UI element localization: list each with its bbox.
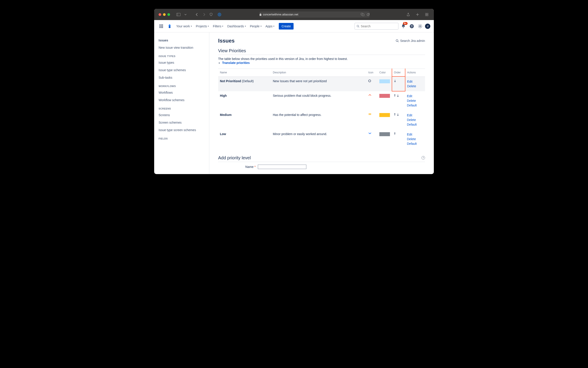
priority-icon-cell xyxy=(367,110,378,129)
window-zoom-button[interactable] xyxy=(167,13,170,16)
help-button[interactable]: ? xyxy=(408,23,415,30)
order-down-button[interactable] xyxy=(397,113,400,116)
sidebar-toggle-icon[interactable] xyxy=(176,12,181,17)
priority-low-icon xyxy=(368,132,371,134)
svg-rect-6 xyxy=(362,14,364,16)
action-delete[interactable]: Delete xyxy=(407,137,423,141)
reload-icon[interactable] xyxy=(367,13,370,16)
priority-none-icon xyxy=(368,80,371,82)
order-up-button[interactable] xyxy=(394,94,397,97)
lock-icon xyxy=(259,13,262,16)
svg-rect-12 xyxy=(161,24,162,25)
password-icon[interactable] xyxy=(217,12,222,17)
traffic-lights xyxy=(159,13,170,16)
sidebar-link-new-issue-view-transition[interactable]: New issue view transition xyxy=(157,44,207,51)
action-edit[interactable]: Edit xyxy=(407,94,423,99)
svg-rect-18 xyxy=(161,27,162,28)
nav-item-people[interactable]: People▾ xyxy=(248,24,263,29)
order-down-button[interactable] xyxy=(397,94,400,97)
svg-rect-19 xyxy=(162,27,163,28)
action-default[interactable]: Default xyxy=(407,103,423,108)
translate-priorities-link[interactable]: Translate priorities xyxy=(222,61,250,64)
jira-logo-icon[interactable] xyxy=(166,23,173,30)
priority-name: High xyxy=(220,94,227,97)
shield-icon[interactable] xyxy=(209,12,214,17)
chevron-down-icon: ▾ xyxy=(191,25,192,27)
gear-icon xyxy=(418,24,423,29)
new-tab-icon[interactable] xyxy=(415,12,420,17)
nav-item-apps[interactable]: Apps▾ xyxy=(264,24,276,29)
order-down-button[interactable] xyxy=(394,80,397,82)
page-title: Issues xyxy=(218,38,235,44)
search-jira-admin[interactable]: Search Jira admin xyxy=(396,39,425,43)
priority-color-swatch xyxy=(379,132,390,136)
sidebar-link-sub-tasks[interactable]: Sub-tasks xyxy=(157,74,207,81)
forward-button[interactable] xyxy=(201,12,207,17)
avatar-letter: d xyxy=(427,25,428,28)
action-default[interactable]: Default xyxy=(407,141,423,146)
col-icon: Icon xyxy=(367,69,378,77)
svg-rect-11 xyxy=(160,24,160,25)
priority-icon-cell xyxy=(367,91,378,110)
profile-avatar[interactable]: d xyxy=(425,24,430,29)
priority-description: New Issues that were not yet prioritized xyxy=(271,76,367,91)
svg-rect-0 xyxy=(177,13,180,16)
nav-item-label: People xyxy=(250,24,260,28)
svg-rect-10 xyxy=(427,15,428,16)
form-name-label: Name * xyxy=(218,165,258,169)
col-description: Description xyxy=(271,69,367,77)
chevron-down-icon: ▾ xyxy=(245,25,246,27)
action-edit[interactable]: Edit xyxy=(407,79,423,84)
sidebar-link-issue-types[interactable]: Issue types xyxy=(157,59,207,66)
sidebar-title: Issues xyxy=(157,37,207,44)
action-delete[interactable]: Delete xyxy=(407,99,423,103)
nav-item-label: Projects xyxy=(196,24,207,28)
nav-item-label: Your work xyxy=(176,24,190,28)
action-default[interactable]: Default xyxy=(407,122,423,127)
sidebar: Issues New issue view transition ISSUE T… xyxy=(154,32,209,174)
priority-color-swatch xyxy=(379,113,390,117)
order-up-button[interactable] xyxy=(394,132,397,135)
tab-overview-icon[interactable] xyxy=(424,12,429,17)
sidebar-link-screens[interactable]: Screens xyxy=(157,111,207,119)
app-switcher-icon[interactable] xyxy=(158,23,165,30)
sidebar-link-workflow-schemes[interactable]: Workflow schemes xyxy=(157,96,207,104)
nav-item-label: Dashboards xyxy=(227,24,244,28)
action-delete[interactable]: Delete xyxy=(407,118,423,122)
share-icon[interactable] xyxy=(406,12,411,17)
action-edit[interactable]: Edit xyxy=(407,132,423,137)
nav-item-projects[interactable]: Projects▾ xyxy=(194,24,211,29)
help-icon[interactable]: ? xyxy=(421,156,425,160)
action-edit[interactable]: Edit xyxy=(407,113,423,118)
sidebar-link-workflows[interactable]: Workflows xyxy=(157,89,207,96)
priority-description: Serious problem that could block progres… xyxy=(271,91,367,110)
translate-icon[interactable] xyxy=(361,13,364,16)
window-close-button[interactable] xyxy=(159,13,161,16)
chevron-down-icon[interactable] xyxy=(183,12,188,17)
back-button[interactable] xyxy=(194,12,199,17)
sidebar-link-screen-schemes[interactable]: Screen schemes xyxy=(157,119,207,126)
form-title-text: Add priority level xyxy=(218,155,251,160)
svg-point-20 xyxy=(357,25,359,27)
help-icon: ? xyxy=(409,24,414,29)
global-search[interactable] xyxy=(354,23,398,30)
nav-item-filters[interactable]: Filters▾ xyxy=(211,24,225,29)
sidebar-group-fields: FIELDS xyxy=(157,134,207,141)
notifications-button[interactable]: 9+ xyxy=(400,23,407,30)
nav-item-your-work[interactable]: Your work▾ xyxy=(174,24,194,29)
form-name-input[interactable] xyxy=(258,165,306,169)
priority-icon-cell xyxy=(367,129,378,149)
col-actions: Actions xyxy=(405,69,425,77)
sidebar-link-issue-type-schemes[interactable]: Issue type schemes xyxy=(157,66,207,74)
action-delete[interactable]: Delete xyxy=(407,84,423,89)
sidebar-link-issue-type-screen-schemes[interactable]: Issue type screen schemes xyxy=(157,126,207,134)
form-row-name: Name * xyxy=(218,165,425,169)
global-search-input[interactable] xyxy=(361,24,396,28)
window-minimize-button[interactable] xyxy=(163,13,166,16)
table-row: LowMinor problem or easily worked around… xyxy=(218,129,425,149)
nav-item-dashboards[interactable]: Dashboards▾ xyxy=(225,24,248,29)
order-up-button[interactable] xyxy=(394,113,397,116)
url-bar[interactable]: concertwithme.atlassian.net xyxy=(259,11,370,18)
settings-button[interactable] xyxy=(417,23,424,30)
create-button[interactable]: Create xyxy=(279,23,293,29)
